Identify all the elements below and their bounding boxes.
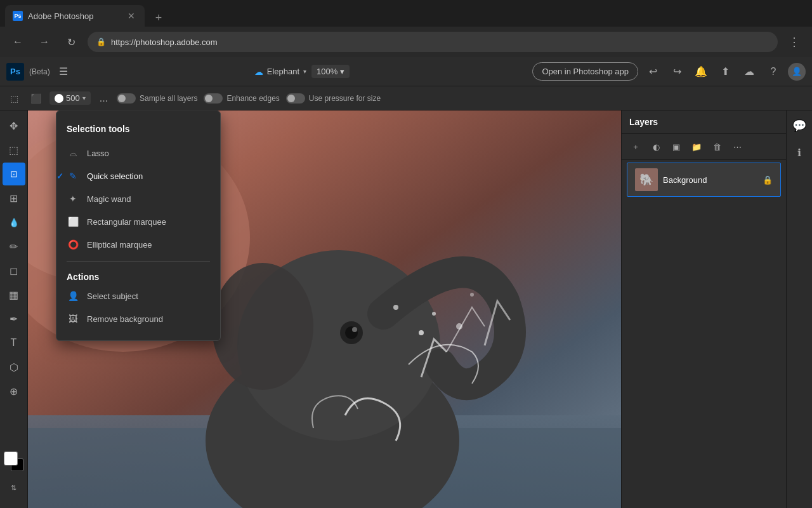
lasso-icon: ⌓ (67, 147, 79, 159)
sampler-icon: ⊕ (10, 385, 18, 398)
redo-button[interactable]: ↪ (667, 62, 686, 81)
user-avatar[interactable]: 👤 (788, 63, 806, 81)
canvas-area[interactable]: Selection tools ⌓ Lasso ✓ ✎ Quick select… (28, 110, 621, 508)
artboard-tool-button[interactable]: ⬚ (3, 138, 25, 161)
notifications-button[interactable]: 🔔 (691, 62, 710, 81)
check-icon: ✓ (56, 171, 63, 181)
lasso-label: Lasso (87, 149, 109, 158)
enhance-edges-toggle[interactable] (204, 93, 223, 104)
help-button[interactable]: ? (764, 62, 783, 81)
active-tab[interactable]: Ps Adobe Photoshop ✕ (5, 5, 145, 27)
pen-tool-button[interactable]: ✒ (3, 307, 25, 330)
more-options-button[interactable]: ... (97, 93, 110, 104)
rectangular-marquee-menu-item[interactable]: ⬜ Rectangular marquee (56, 210, 220, 233)
artboard-icon: ⬚ (9, 144, 18, 156)
foreground-color-swatch[interactable] (4, 452, 17, 465)
brush-size-control[interactable]: 500 ▾ (49, 91, 91, 105)
sample-all-layers-toggle-group: Sample all layers (117, 93, 197, 104)
mask-button[interactable]: ▣ (667, 138, 685, 156)
properties-panel-button[interactable]: 💬 (789, 116, 809, 136)
quick-selection-menu-icon: ✎ (67, 170, 79, 182)
hamburger-menu-button[interactable]: ☰ (55, 63, 72, 80)
tab-favicon: Ps (13, 11, 23, 21)
delete-layer-button[interactable]: 🗑 (708, 138, 726, 156)
address-bar: ← → ↻ 🔒 https://photoshop.adobe.com ⋮ (0, 27, 812, 57)
sampler-tool-button[interactable]: ⊕ (3, 380, 25, 403)
select-subject-menu-item[interactable]: 👤 Select subject (56, 284, 220, 307)
background-layer-item[interactable]: 🐘 Background 🔒 (627, 163, 781, 197)
selection-tools-title: Selection tools (56, 121, 220, 142)
brush-icon: ✏ (10, 241, 18, 253)
eyedropper-icon: 💧 (9, 218, 19, 227)
enhance-edges-label: Enhance edges (226, 94, 279, 103)
color-swatch[interactable] (4, 452, 23, 471)
selection-add-icon[interactable]: ⬚ (6, 91, 22, 106)
svg-point-7 (212, 263, 313, 390)
enhance-edges-toggle-group: Enhance edges (204, 93, 279, 104)
use-pressure-toggle-group: Use pressure for size (286, 93, 381, 104)
ps-logo: Ps (6, 63, 24, 81)
type-tool-button[interactable]: T (3, 331, 25, 354)
zoom-value: 100% (317, 67, 337, 76)
forward-button[interactable]: → (34, 32, 55, 52)
use-pressure-toggle[interactable] (286, 93, 305, 104)
shape-tool-button[interactable]: ⬡ (3, 356, 25, 378)
brush-dot-icon (55, 94, 63, 103)
svg-point-14 (470, 293, 474, 297)
url-bar[interactable]: 🔒 https://photoshop.adobe.com (88, 32, 778, 52)
quick-selection-tool-button[interactable]: ⊡ (3, 163, 25, 185)
zoom-control[interactable]: 100% ▾ (311, 65, 350, 78)
add-layer-button[interactable]: + (627, 138, 645, 156)
quick-selection-icon: ⊡ (10, 169, 18, 179)
crop-tool-button[interactable]: ⊞ (3, 187, 25, 210)
layers-panel-button[interactable]: ℹ (789, 142, 809, 163)
shape-icon: ⬡ (10, 361, 18, 373)
share-button[interactable]: ⬆ (716, 62, 735, 81)
sample-all-layers-toggle[interactable] (117, 93, 136, 104)
crop-icon: ⊞ (10, 192, 18, 204)
remove-background-icon: 🖼 (67, 312, 79, 325)
back-button[interactable]: ← (8, 32, 28, 52)
app-area: Ps (Beta) ☰ ☁ Elephant ▾ 100% ▾ Open in … (0, 57, 812, 508)
selection-subtract-icon[interactable]: ⬛ (28, 91, 43, 106)
gradient-tool-button[interactable]: ▦ (3, 283, 25, 306)
layer-thumbnail: 🐘 (635, 168, 658, 191)
brush-tool-button[interactable]: ✏ (3, 235, 25, 258)
move-tool-button[interactable]: ✥ (3, 114, 25, 137)
quick-selection-menu-item[interactable]: ✓ ✎ Quick selection (56, 164, 220, 187)
adjustment-layer-button[interactable]: ◐ (647, 138, 665, 156)
remove-background-menu-item[interactable]: 🖼 Remove background (56, 307, 220, 330)
browser-menu-button[interactable]: ⋮ (784, 32, 804, 52)
menu-divider (67, 261, 210, 262)
brush-chevron-icon: ▾ (82, 95, 86, 102)
brush-size-value: 500 (66, 93, 80, 103)
browser-chrome: Ps Adobe Photoshop ✕ + ← → ↻ 🔒 https://p… (0, 0, 812, 57)
gradient-icon: ▦ (9, 289, 18, 301)
tab-title: Adobe Photoshop (28, 11, 121, 21)
cloud-save-button[interactable]: ☁ (740, 62, 759, 81)
elliptical-marquee-menu-item[interactable]: ⭕ Elliptical marquee (56, 233, 220, 256)
open-in-photoshop-button[interactable]: Open in Photoshop app (532, 62, 638, 81)
toggle-colors-button[interactable]: ⇅ (3, 476, 25, 499)
magic-wand-menu-item[interactable]: ✦ Magic wand (56, 187, 220, 210)
lasso-tool-menu-item[interactable]: ⌓ Lasso (56, 142, 220, 164)
magic-wand-label: Magic wand (87, 194, 131, 204)
app-toolbar: Ps (Beta) ☰ ☁ Elephant ▾ 100% ▾ Open in … (0, 57, 812, 86)
tab-close-button[interactable]: ✕ (126, 10, 137, 22)
use-pressure-label: Use pressure for size (309, 94, 381, 103)
eraser-tool-button[interactable]: ◻ (3, 259, 25, 282)
more-layer-options-button[interactable]: ⋯ (728, 138, 746, 156)
tab-bar: Ps Adobe Photoshop ✕ + (0, 0, 812, 27)
eyedropper-tool-button[interactable]: 💧 (3, 211, 25, 234)
group-layer-button[interactable]: 📁 (688, 138, 705, 156)
undo-button[interactable]: ↩ (643, 62, 662, 81)
cloud-button[interactable]: ☁ Elephant ▾ (254, 67, 306, 77)
right-side-icons: 💬 ℹ (786, 110, 812, 508)
pen-icon: ✒ (10, 313, 18, 325)
magic-wand-icon: ✦ (67, 192, 79, 205)
elliptical-marquee-icon: ⭕ (67, 238, 79, 251)
refresh-button[interactable]: ↻ (61, 32, 81, 52)
new-tab-button[interactable]: + (150, 9, 167, 27)
layers-panel-header: Layers (622, 110, 786, 134)
layers-panel-title: Layers (629, 117, 658, 127)
